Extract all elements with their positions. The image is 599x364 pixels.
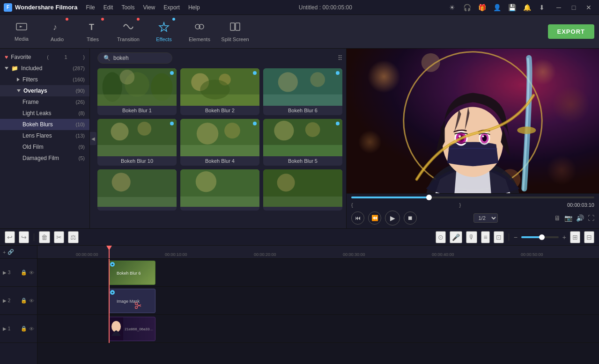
- add-track-icon[interactable]: +: [3, 249, 6, 255]
- close-btn[interactable]: ✕: [582, 3, 595, 12]
- effect-bokeh-blur-5[interactable]: Bokeh Blur 5: [263, 119, 342, 166]
- track-row-2: + Image Mask: [37, 287, 599, 315]
- zoom-out-btn[interactable]: −: [514, 233, 518, 241]
- user-icon[interactable]: 👤: [492, 4, 502, 11]
- effect-bokeh-blur-2[interactable]: Bokeh Blur 2: [180, 68, 259, 115]
- captions-btn[interactable]: ≡: [481, 231, 489, 243]
- track-3-label: ▶ 3: [3, 270, 10, 275]
- track-2-lock-icon[interactable]: 🔒: [21, 298, 27, 304]
- svg-point-24: [111, 123, 129, 140]
- resize-handle[interactable]: ◀: [90, 132, 96, 145]
- play-btn[interactable]: ▶: [385, 211, 400, 226]
- camera-icon[interactable]: 📷: [564, 214, 572, 222]
- svg-point-20: [278, 72, 298, 92]
- quality-select[interactable]: 1/2 Full 1/4: [473, 213, 498, 223]
- ruler-time-40: 00:00:40:00: [432, 252, 521, 258]
- bell-icon[interactable]: 🔔: [522, 4, 532, 11]
- zoom-slider[interactable]: [521, 236, 559, 238]
- transition-dot: [137, 18, 140, 21]
- tool-audio[interactable]: ♪ Audio: [40, 16, 74, 48]
- headphone-icon[interactable]: 🎧: [462, 4, 472, 11]
- progress-handle[interactable]: [426, 195, 432, 200]
- effect-bokeh-blur-4[interactable]: Bokeh Blur 4: [180, 119, 259, 166]
- search-input[interactable]: [113, 55, 165, 61]
- undo-btn[interactable]: ↩: [5, 231, 15, 243]
- sidebar-item-lightleaks[interactable]: Light Leaks (8): [0, 108, 89, 119]
- menu-export[interactable]: Export: [160, 3, 184, 12]
- volume-icon[interactable]: 🔊: [576, 214, 584, 222]
- menu-tools[interactable]: Tools: [118, 3, 138, 12]
- sidebar-item-bokehblurs[interactable]: Bokeh Blurs (10): [0, 119, 89, 130]
- menu-view[interactable]: View: [139, 3, 159, 12]
- track-3-lock-icon[interactable]: 🔒: [21, 269, 27, 276]
- grid-view-icon[interactable]: ⠿: [338, 54, 342, 62]
- sidebar-item-filters[interactable]: Filters (160): [0, 74, 89, 85]
- clip-video[interactable]: 21e866_06a338...: [109, 317, 155, 341]
- sidebar-item-frame[interactable]: Frame (26): [0, 96, 89, 108]
- redo-btn[interactable]: ↪: [19, 231, 29, 243]
- effect-bokeh-blur-1[interactable]: Bokeh Blur 1: [97, 68, 177, 115]
- minimize-btn[interactable]: ─: [552, 3, 565, 12]
- app-title: Untitled : 00:00:05:00: [299, 4, 352, 11]
- sidebar-item-overlays[interactable]: Overlays (90): [0, 85, 89, 96]
- track-controls-row: + 🔗: [0, 246, 37, 259]
- step-back-btn[interactable]: ⏪: [368, 211, 381, 225]
- effect-bokeh-blur-10[interactable]: Bokeh Blur 10: [97, 119, 177, 166]
- adjust-btn[interactable]: ⚖: [68, 231, 79, 243]
- tool-elements[interactable]: Elements: [183, 16, 216, 48]
- maximize-btn[interactable]: □: [567, 3, 580, 12]
- notification-icon[interactable]: ☀: [447, 4, 457, 11]
- zoom-handle[interactable]: [539, 234, 545, 240]
- gift-icon[interactable]: 🎁: [477, 4, 487, 11]
- rewind-btn[interactable]: ⏮: [351, 211, 364, 225]
- menu-file[interactable]: File: [82, 3, 98, 12]
- tool-effects[interactable]: Effects: [147, 16, 181, 48]
- tool-titles[interactable]: T Titles: [76, 16, 110, 48]
- effect-7[interactable]: [97, 169, 177, 211]
- sidebar-item-damagedfilm[interactable]: Damaged Film (5): [0, 153, 89, 164]
- audio-btn[interactable]: 🎤: [450, 231, 462, 243]
- stop-btn[interactable]: ⏹: [404, 211, 417, 225]
- sidebar-item-lensflares[interactable]: Lens Flares (13): [0, 130, 89, 141]
- link-icon[interactable]: 🔗: [7, 249, 14, 255]
- sidebar-item-included[interactable]: 📁 Included (287): [0, 63, 89, 74]
- effect-8[interactable]: [180, 169, 259, 211]
- svg-point-39: [196, 171, 216, 192]
- monitor-icon[interactable]: 🖥: [554, 214, 561, 222]
- bracket-start: {: [351, 202, 353, 208]
- ruler-time-30: 00:00:30:00: [343, 252, 432, 258]
- delete-btn[interactable]: 🗑: [39, 231, 50, 243]
- download-icon[interactable]: ⬇: [537, 4, 547, 11]
- menu-edit[interactable]: Edit: [100, 3, 117, 12]
- search-box[interactable]: 🔍: [97, 52, 172, 64]
- track-1-eye-icon[interactable]: 👁: [29, 326, 34, 332]
- cut-btn[interactable]: ✂: [54, 231, 64, 243]
- voiceover-btn[interactable]: 🎙: [466, 231, 477, 243]
- track-2-eye-icon[interactable]: 👁: [29, 298, 34, 304]
- tool-splitscreen[interactable]: Split Screen: [218, 16, 252, 48]
- svg-point-66: [135, 303, 138, 305]
- sidebar-item-oldfilm[interactable]: Old Film (9): [0, 141, 89, 153]
- sidebar-item-favorite[interactable]: ♥ Favorite (1): [0, 51, 89, 63]
- clip-image-mask[interactable]: + Image Mask: [109, 289, 155, 313]
- tool-transition[interactable]: Transition: [111, 16, 145, 48]
- lensflares-label: Lens Flares: [22, 132, 52, 139]
- track-3-eye-icon[interactable]: 👁: [29, 270, 34, 276]
- fullscreen-icon[interactable]: ⛶: [588, 214, 594, 222]
- fit-btn[interactable]: ⊞: [570, 231, 580, 243]
- pip-btn[interactable]: ⊡: [494, 231, 504, 243]
- app-name: Wondershare Filmora: [15, 4, 77, 11]
- effect-9[interactable]: [263, 169, 342, 211]
- track-1-lock-icon[interactable]: 🔒: [21, 326, 27, 332]
- tool-media[interactable]: Media: [5, 16, 38, 48]
- progress-bar[interactable]: [351, 197, 594, 198]
- zoom-in-btn[interactable]: +: [562, 233, 566, 241]
- clip-bokeh-blur-6[interactable]: + Bokeh Blur 6: [109, 261, 155, 285]
- snapshot-btn[interactable]: ⊙: [436, 231, 446, 243]
- current-time: 00:00:03:10: [567, 202, 594, 208]
- effect-bokeh-blur-6[interactable]: Bokeh Blur 6: [263, 68, 342, 115]
- fullscreen-timeline-btn[interactable]: ⊟: [584, 231, 594, 243]
- save-icon[interactable]: 💾: [507, 4, 517, 11]
- menu-help[interactable]: Help: [185, 3, 204, 12]
- export-button[interactable]: EXPORT: [548, 24, 594, 39]
